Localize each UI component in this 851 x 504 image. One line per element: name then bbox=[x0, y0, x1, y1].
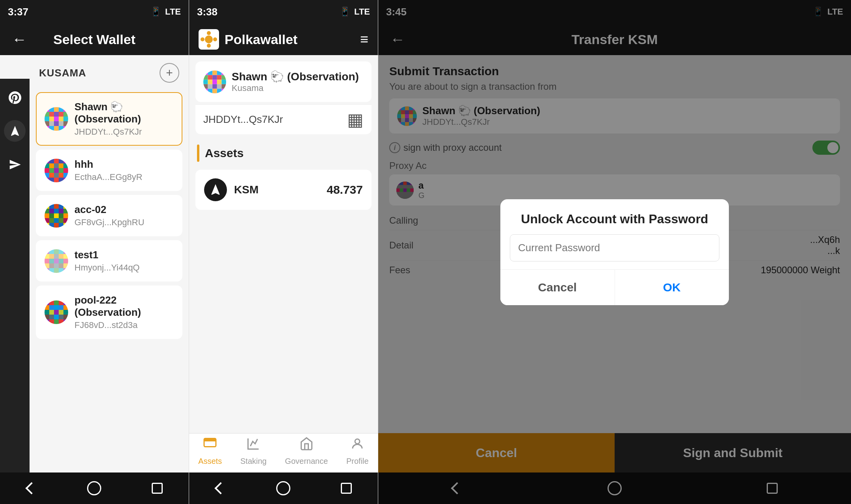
svg-point-129 bbox=[207, 44, 211, 48]
svg-rect-149 bbox=[212, 84, 217, 89]
sys-home-2[interactable] bbox=[273, 478, 293, 498]
svg-rect-148 bbox=[208, 84, 213, 89]
svg-rect-59 bbox=[59, 209, 63, 213]
wallet-list: Shawn 🐑 (Observation) JHDDYt...Qs7KJr bbox=[30, 88, 189, 472]
svg-point-131 bbox=[213, 37, 217, 41]
svg-rect-52 bbox=[49, 204, 54, 209]
nav-item-staking[interactable]: Staking bbox=[240, 437, 267, 466]
wallet-addr-hhh: EcthaA...EGg8yR bbox=[74, 172, 142, 182]
sys-home-1[interactable] bbox=[84, 478, 104, 498]
asset-item-ksm[interactable]: KSM 48.737 bbox=[195, 170, 372, 210]
nav-item-assets[interactable]: Assets bbox=[198, 437, 222, 466]
sys-back-2[interactable] bbox=[211, 478, 230, 498]
wallet-name-hhh: hhh bbox=[74, 158, 142, 170]
wallet-info-pool222: pool-222 (Observation) FJ68vD...st2d3a bbox=[74, 294, 174, 330]
avatar-test1 bbox=[45, 249, 68, 273]
modal-ok-button[interactable]: OK bbox=[615, 270, 729, 305]
modal-box: Unlock Account with Password Cancel OK bbox=[500, 199, 729, 305]
svg-rect-73 bbox=[54, 223, 59, 228]
sidebar-icon-navigate[interactable] bbox=[4, 120, 26, 142]
svg-rect-62 bbox=[49, 213, 54, 218]
carrier-1: LTE bbox=[165, 7, 181, 17]
avatar-pool222 bbox=[45, 300, 68, 324]
svg-rect-33 bbox=[54, 163, 59, 168]
svg-rect-134 bbox=[212, 70, 217, 75]
add-wallet-button[interactable]: + bbox=[160, 63, 179, 83]
svg-rect-150 bbox=[217, 84, 222, 89]
sidebar-icon-send[interactable] bbox=[4, 154, 26, 175]
modal-password-input[interactable] bbox=[510, 234, 719, 261]
svg-rect-111 bbox=[45, 310, 49, 315]
wallet-item-test1[interactable]: test1 Hmyonj...Yi44qQ bbox=[36, 240, 182, 282]
svg-rect-155 bbox=[217, 89, 222, 93]
svg-rect-142 bbox=[203, 80, 208, 84]
battery-icon-1: 📱 bbox=[151, 7, 161, 17]
svg-rect-38 bbox=[54, 168, 59, 173]
account-card-left: Shawn 🐑 (Observation) Kusama bbox=[203, 70, 359, 93]
status-bar-2: 3:38 📱 LTE bbox=[189, 0, 378, 24]
modal-buttons: Cancel OK bbox=[500, 269, 729, 305]
svg-rect-32 bbox=[49, 163, 54, 168]
account-card[interactable]: Shawn 🐑 (Observation) Kusama bbox=[195, 61, 372, 102]
svg-point-127 bbox=[205, 35, 213, 43]
sys-square-1[interactable] bbox=[147, 478, 167, 498]
svg-point-25 bbox=[45, 107, 68, 131]
svg-rect-35 bbox=[63, 163, 68, 168]
nav-item-governance[interactable]: Governance bbox=[285, 437, 328, 466]
sidebar-icon-pinterest[interactable] bbox=[4, 87, 26, 108]
sys-square-2[interactable] bbox=[336, 478, 356, 498]
nav-item-profile[interactable]: Profile bbox=[346, 437, 369, 466]
svg-rect-106 bbox=[45, 305, 49, 310]
svg-rect-61 bbox=[45, 213, 49, 218]
menu-button[interactable]: ≡ bbox=[360, 31, 368, 48]
svg-rect-146 bbox=[221, 80, 226, 84]
svg-rect-158 bbox=[204, 438, 216, 441]
svg-rect-36 bbox=[45, 168, 49, 173]
wallet-addr-test1: Hmyonj...Yi44qQ bbox=[74, 263, 139, 273]
wallet-item-pool222[interactable]: pool-222 (Observation) FJ68vD...st2d3a bbox=[36, 285, 182, 339]
account-info: Shawn 🐑 (Observation) Kusama bbox=[232, 70, 359, 93]
svg-rect-71 bbox=[45, 223, 49, 228]
account-name-p2: Shawn 🐑 (Observation) bbox=[232, 70, 359, 83]
wallet-item-shawn[interactable]: Shawn 🐑 (Observation) JHDDYt...Qs7KJr bbox=[36, 92, 182, 146]
svg-rect-113 bbox=[54, 310, 59, 315]
svg-rect-31 bbox=[45, 163, 49, 168]
back-button-1[interactable]: ← bbox=[12, 31, 27, 48]
carrier-2: LTE bbox=[354, 7, 370, 17]
wallet-addr-acc02: GF8vGj...KpghRU bbox=[74, 217, 144, 228]
account-network-p2: Kusama bbox=[232, 83, 359, 93]
modal-overlay: Unlock Account with Password Cancel OK bbox=[378, 0, 851, 504]
modal-cancel-button[interactable]: Cancel bbox=[500, 270, 615, 305]
nav-label-governance: Governance bbox=[285, 457, 328, 466]
svg-rect-51 bbox=[45, 204, 49, 209]
qr-icon-p2[interactable]: ▦ bbox=[347, 109, 364, 130]
svg-rect-70 bbox=[63, 218, 68, 223]
svg-rect-139 bbox=[212, 75, 217, 80]
svg-rect-86 bbox=[45, 259, 49, 263]
nav-label-profile: Profile bbox=[346, 457, 369, 466]
kusama-header: KUSAMA + bbox=[30, 55, 189, 88]
wallet-item-acc02[interactable]: acc-02 GF8vGj...KpghRU bbox=[36, 195, 182, 236]
status-icons-1: 📱 LTE bbox=[151, 7, 181, 17]
avatar-hhh bbox=[45, 159, 68, 182]
system-nav-2 bbox=[189, 472, 378, 504]
assets-title: Assets bbox=[205, 146, 243, 160]
svg-rect-95 bbox=[63, 263, 68, 268]
svg-rect-44 bbox=[59, 173, 63, 178]
svg-rect-135 bbox=[217, 70, 222, 75]
svg-rect-43 bbox=[54, 173, 59, 178]
svg-rect-152 bbox=[203, 89, 208, 93]
svg-rect-28 bbox=[54, 159, 59, 163]
svg-rect-94 bbox=[59, 263, 63, 268]
svg-rect-46 bbox=[45, 178, 49, 182]
status-bar-1: 3:37 📱 LTE bbox=[0, 0, 189, 24]
svg-rect-97 bbox=[49, 268, 54, 273]
wallet-name-test1: test1 bbox=[74, 249, 139, 261]
svg-rect-72 bbox=[49, 223, 54, 228]
wallet-name-pool222: pool-222 (Observation) bbox=[74, 294, 174, 319]
wallet-item-hhh[interactable]: hhh EcthaA...EGg8yR bbox=[36, 150, 182, 191]
page-title-1: Select Wallet bbox=[53, 32, 135, 47]
sys-back-1[interactable] bbox=[22, 478, 41, 498]
svg-rect-96 bbox=[45, 268, 49, 273]
avatar-acc02 bbox=[45, 204, 68, 228]
